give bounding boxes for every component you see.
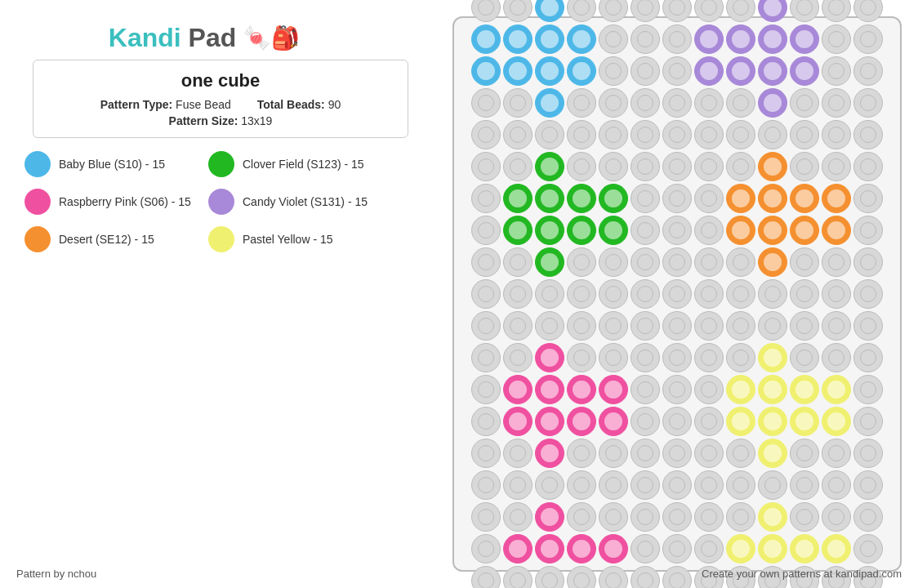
bead — [535, 534, 564, 564]
bead — [631, 56, 660, 86]
color-item-baby-blue: Baby Blue (S10) - 15 — [25, 151, 200, 177]
pattern-title: one cube — [53, 70, 388, 91]
bead — [790, 534, 819, 564]
bead — [853, 56, 883, 86]
bead — [853, 279, 883, 309]
bead — [567, 120, 596, 149]
bead — [758, 24, 787, 54]
bead — [503, 375, 533, 404]
bead — [662, 184, 692, 213]
logo-kandi: Kandi — [109, 23, 181, 52]
bead — [758, 120, 787, 149]
bead — [758, 184, 787, 213]
bead — [853, 534, 883, 564]
bead — [567, 24, 596, 54]
bead — [631, 247, 660, 277]
bead — [599, 152, 628, 181]
total-beads: Total Beads: 90 — [257, 98, 341, 111]
bead — [599, 247, 628, 277]
bead — [503, 502, 533, 532]
bead — [599, 184, 628, 213]
bead — [853, 24, 883, 54]
bead — [758, 407, 787, 436]
pattern-type: Pattern Type: Fuse Bead — [100, 98, 231, 111]
bead — [631, 152, 660, 181]
bead — [503, 439, 533, 468]
bead — [503, 279, 533, 309]
bead — [471, 0, 501, 22]
bead — [822, 439, 851, 468]
bead — [599, 279, 628, 309]
footer-right: Create your own patterns at kandipad.com — [702, 568, 902, 580]
bead — [790, 0, 819, 22]
bead — [535, 184, 564, 213]
bead — [790, 311, 819, 341]
bead — [822, 216, 851, 245]
bead — [599, 216, 628, 245]
color-swatch-desert — [25, 226, 51, 252]
bead — [694, 534, 724, 564]
bead — [790, 343, 819, 372]
bead — [822, 343, 851, 372]
bead — [503, 120, 533, 149]
bead — [694, 343, 724, 372]
bead — [503, 88, 533, 118]
bead — [535, 0, 564, 22]
bead — [471, 184, 501, 213]
bead — [662, 534, 692, 564]
bead — [758, 152, 787, 181]
bead — [631, 439, 660, 468]
footer-left: Pattern by nchou — [16, 568, 96, 580]
bead — [503, 407, 533, 436]
bead — [631, 566, 660, 588]
bead — [471, 88, 501, 118]
bead — [471, 502, 501, 532]
bead — [567, 566, 596, 588]
color-item-desert: Desert (SE12) - 15 — [25, 226, 200, 252]
bead — [853, 216, 883, 245]
color-swatch-baby-blue — [25, 151, 51, 177]
bead — [535, 56, 564, 86]
bead — [503, 0, 533, 22]
bead — [662, 24, 692, 54]
bead — [567, 152, 596, 181]
bead — [758, 216, 787, 245]
bead — [503, 247, 533, 277]
bead — [822, 311, 851, 341]
bead — [599, 88, 628, 118]
bead — [471, 216, 501, 245]
bead — [758, 247, 787, 277]
bead — [535, 24, 564, 54]
header: Kandi Pad 🍬🎒 — [16, 13, 392, 60]
bead — [662, 279, 692, 309]
bead — [567, 343, 596, 372]
bead — [567, 279, 596, 309]
bead — [631, 470, 660, 500]
bead — [790, 279, 819, 309]
bead — [535, 311, 564, 341]
bead — [726, 184, 755, 213]
bead — [694, 375, 724, 404]
bead — [662, 0, 692, 22]
bead — [471, 407, 501, 436]
bead — [567, 534, 596, 564]
bead — [631, 311, 660, 341]
bead — [758, 88, 787, 118]
bead — [694, 279, 724, 309]
info-row-2: Pattern Size: 13x19 — [53, 114, 388, 127]
pattern-by-text: Pattern by nchou — [16, 568, 96, 580]
bead — [567, 502, 596, 532]
bead — [694, 152, 724, 181]
bead — [503, 56, 533, 86]
bead — [631, 375, 660, 404]
bead — [822, 502, 851, 532]
bead — [694, 184, 724, 213]
color-label-candy-violet: Candy Violet (S131) - 15 — [243, 195, 368, 208]
bead — [567, 0, 596, 22]
bead — [471, 534, 501, 564]
color-legend: Baby Blue (S10) - 15 Clover Field (S123)… — [16, 151, 392, 252]
bead — [853, 375, 883, 404]
bead — [790, 24, 819, 54]
color-swatch-raspberry-pink — [25, 189, 51, 215]
bead — [631, 88, 660, 118]
